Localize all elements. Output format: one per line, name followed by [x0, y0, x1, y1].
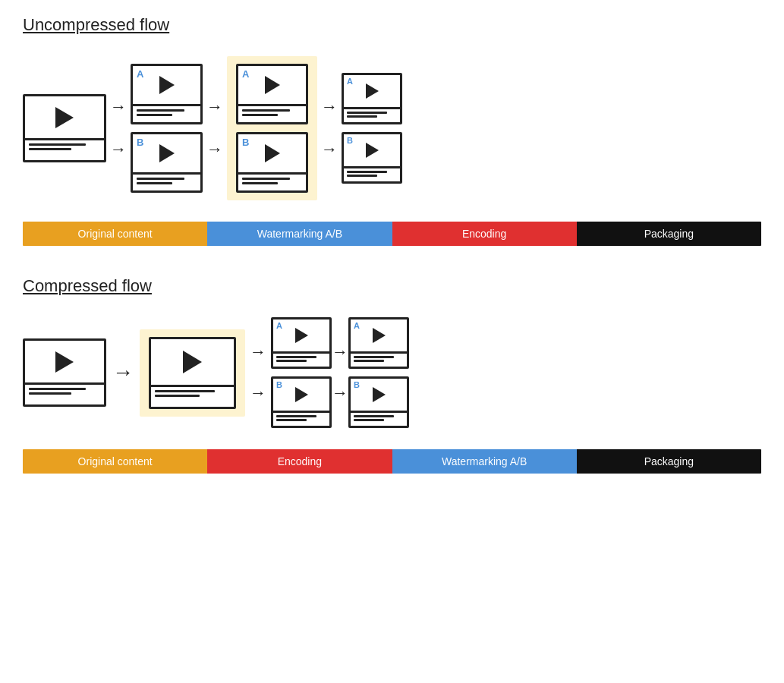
label-a: A [137, 68, 143, 80]
ab-pair-1: A B [131, 64, 203, 193]
arrow-top: → [250, 342, 266, 362]
arrows-to-encoding: → → [206, 97, 223, 159]
uncomp-title: Uncompressed flow [23, 15, 761, 35]
play-icon [55, 107, 74, 128]
line2 [354, 360, 384, 362]
uncomp-legend: Original content Watermarking A/B Encodi… [23, 222, 761, 246]
line1 [276, 356, 316, 358]
label-b: B [347, 136, 353, 145]
arrow1-comp: → [112, 360, 134, 385]
line1 [242, 178, 290, 180]
video-encoded [149, 337, 236, 409]
two-arrows-comp: → → [332, 342, 348, 403]
line2 [155, 395, 200, 397]
video-b-wm: B [271, 376, 332, 428]
legend-watermarking: Watermarking A/B [207, 222, 392, 246]
play-icon [295, 387, 308, 402]
line2 [276, 419, 307, 421]
line1 [242, 109, 290, 112]
uncompressed-flow-section: Uncompressed flow → → A [23, 15, 761, 246]
video-a-wm: A [271, 317, 332, 369]
lines [344, 166, 400, 181]
label-a: A [354, 321, 360, 330]
line1 [354, 356, 394, 358]
screen: B [344, 134, 400, 166]
legend-encoding: Encoding [392, 222, 577, 246]
play-icon [373, 387, 386, 402]
screen: A [351, 319, 407, 351]
video-a-pkg: A [348, 317, 409, 369]
ab-wm-pair: A B [271, 317, 332, 428]
lines [151, 385, 234, 406]
line1 [137, 178, 184, 180]
split-arrows-comp: → → [250, 342, 266, 403]
legend-packaging: Packaging [577, 222, 761, 246]
ab-final-comp: A B [348, 317, 409, 428]
arrow-top: → [110, 97, 127, 117]
arrow-bottom: → [206, 140, 223, 159]
arrow-bottom: → [250, 383, 266, 403]
line1 [276, 415, 316, 417]
label-a: A [276, 321, 282, 330]
screen: A [344, 75, 400, 107]
line2 [347, 115, 377, 118]
screen [25, 96, 104, 138]
legend-packaging: Packaging [577, 449, 761, 474]
lines [25, 382, 104, 404]
lines [273, 351, 329, 367]
line2 [29, 148, 71, 150]
lines [344, 107, 400, 122]
encoding-highlight: A B [227, 56, 317, 200]
play-icon [265, 144, 280, 162]
label-b: B [242, 137, 249, 148]
play-icon [373, 328, 386, 343]
screen: B [133, 134, 200, 172]
video-b-enc: B [236, 132, 308, 193]
ab-pair-final: A B [342, 73, 402, 184]
source-video-comp [23, 338, 106, 407]
ab-pair-encoding: A B [236, 64, 308, 193]
video-b-final: B [342, 132, 402, 184]
label-b: B [137, 137, 143, 148]
line1 [347, 112, 387, 114]
play-icon [183, 351, 202, 373]
label-b: B [354, 380, 360, 389]
label-b: B [276, 380, 282, 389]
line1 [347, 171, 387, 173]
line1 [29, 388, 86, 390]
play-icon [265, 76, 280, 94]
lines [238, 172, 306, 190]
label-a: A [242, 68, 249, 80]
source-video-uncomp [23, 94, 106, 162]
line1 [354, 415, 394, 417]
play-icon [55, 351, 74, 373]
arrow-bottom: → [110, 140, 127, 159]
play-icon [295, 328, 308, 343]
line2 [137, 182, 172, 184]
video-a-final: A [342, 73, 402, 124]
arrows-to-packaging: → → [321, 97, 338, 159]
video-b-pkg: B [348, 376, 409, 428]
lines [133, 104, 200, 122]
line2 [276, 360, 307, 362]
comp-legend: Original content Encoding Watermarking A… [23, 449, 761, 474]
legend-original: Original content [23, 449, 207, 474]
lines [133, 172, 200, 190]
line2 [242, 182, 278, 184]
label-a: A [347, 77, 353, 86]
arrow-bottom: → [332, 383, 348, 403]
source-branch-arrows: → → [110, 97, 127, 159]
arrow-top: → [321, 97, 338, 117]
play-icon [159, 144, 175, 162]
play-icon [159, 76, 175, 94]
video-a1: A [131, 64, 203, 124]
line1 [155, 390, 215, 392]
lines [351, 411, 407, 426]
screen [151, 339, 234, 386]
lines [238, 104, 306, 122]
line2 [242, 114, 278, 116]
screen: B [238, 134, 306, 172]
legend-encoding: Encoding [207, 449, 392, 474]
line2 [137, 114, 172, 116]
arrow-top: → [206, 97, 223, 117]
